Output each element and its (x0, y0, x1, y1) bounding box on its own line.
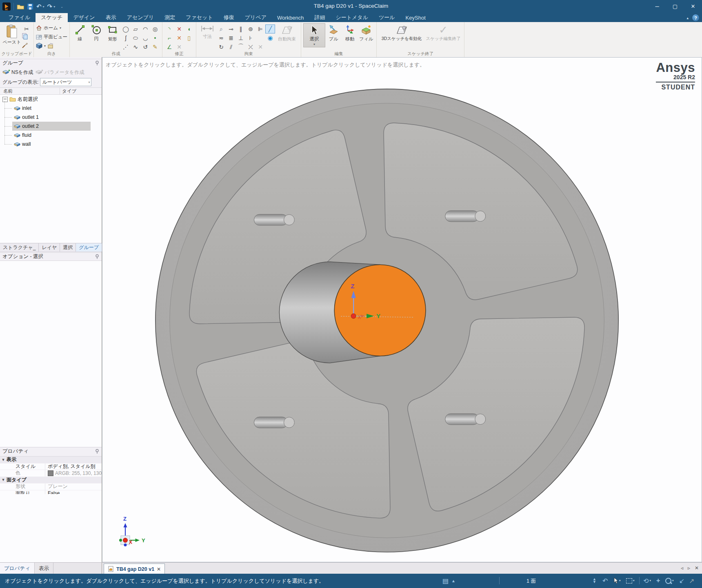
tangent-constraint-icon[interactable]: ⌒ (236, 42, 246, 51)
midline-constraint-icon[interactable]: ≂ (216, 33, 226, 42)
status-select-cursor-icon[interactable]: ▾ (613, 577, 621, 585)
help-icon[interactable]: ? (692, 14, 700, 22)
offset-curve-icon[interactable]: ▯ (184, 33, 194, 42)
tab-design[interactable]: デザイン (68, 13, 100, 22)
mirror-constraint-icon[interactable]: ⫽ (226, 42, 236, 51)
prev-document-icon[interactable]: ◃ (681, 565, 683, 571)
box-select-icon[interactable]: ▾ (626, 577, 635, 585)
tree-item-outlet-2[interactable]: outlet 2 (12, 122, 91, 131)
view-dropdown-icon[interactable]: ▾ (44, 44, 46, 48)
end-sketch-editing-button[interactable]: ✓ スケッチ編集終了 (424, 23, 462, 42)
panel-tab-layers[interactable]: レイヤ (39, 243, 60, 252)
tree-item-wall[interactable]: wall (12, 140, 91, 149)
tab-sketch[interactable]: スケッチ (36, 13, 68, 22)
freeform-spline-icon[interactable]: ∿ (131, 42, 140, 51)
zoom-in-arrow-icon[interactable]: ↙ (679, 577, 684, 585)
split-curve-icon[interactable]: ✕ (174, 33, 184, 42)
isometric-view-icon[interactable] (36, 42, 42, 49)
spaceclaim-logo-icon[interactable]: sc (2, 2, 11, 11)
panel-tab-structure[interactable]: ストラクチャ_ (0, 243, 39, 252)
panel-tab-properties[interactable]: プロパティ (0, 563, 35, 574)
pin-icon[interactable] (95, 254, 99, 259)
chamfer-icon[interactable]: ◖ (184, 24, 194, 33)
property-row-shape[interactable]: 形状 プレーン (0, 483, 102, 490)
move-button[interactable]: 移動 (342, 23, 358, 42)
tab-measure[interactable]: 測定 (159, 13, 180, 22)
constraint-spacer-1[interactable] (255, 33, 265, 42)
sketch-polygon-icon[interactable]: ▱ (131, 24, 140, 33)
spacing-constraint-icon[interactable]: ⊦ (246, 33, 255, 42)
tree-item-inlet[interactable]: inlet (12, 104, 91, 113)
three-point-arc-icon[interactable]: ◡ (140, 33, 150, 42)
fillet-icon[interactable]: ◝ (164, 24, 174, 33)
open-icon[interactable] (17, 4, 24, 10)
plan-view-button[interactable]: 平面ビュー (36, 32, 67, 41)
close-tab-strip-icon[interactable]: ✕ (695, 565, 699, 571)
spin-updown-icon[interactable]: ▲▼ (593, 577, 596, 585)
dimension-button[interactable]: 寸法 (198, 23, 216, 40)
delete-constraint-icon[interactable]: ✕ (255, 42, 265, 51)
tab-facets[interactable]: ファセット (180, 13, 218, 22)
minimize-button[interactable]: ─ (648, 0, 666, 12)
pin-icon[interactable] (95, 449, 99, 454)
property-section-face-type[interactable]: ▼面タイプ (0, 477, 102, 484)
maximize-button[interactable]: ▢ (666, 0, 684, 12)
pin-constraint-icon[interactable]: ⊸ (226, 24, 236, 33)
pan-icon[interactable]: + (656, 577, 660, 585)
sweep-arc-icon[interactable]: ↺ (140, 42, 150, 51)
point-icon[interactable]: • (150, 33, 160, 42)
tab-tools[interactable]: ツール (373, 13, 400, 22)
spline-icon[interactable]: ʃ (121, 33, 131, 42)
construction-line-icon[interactable]: ⋰ (121, 42, 131, 51)
redo-icon[interactable]: ↷ (47, 3, 53, 10)
pin-icon[interactable] (95, 60, 99, 66)
format-painter-icon[interactable] (22, 42, 31, 51)
status-list-icon[interactable]: ▤ (442, 577, 449, 585)
create-ns-button[interactable]: NSを作成 (2, 69, 33, 76)
next-document-icon[interactable]: ▹ (688, 565, 690, 571)
redo-dropdown-icon[interactable]: ▾ (53, 5, 55, 9)
select-dropdown-icon[interactable]: ▾ (313, 42, 315, 46)
tab-sheetmetal[interactable]: シートメタル (330, 13, 373, 22)
property-row-color[interactable]: 色 ARGB: 255, 130, 130, (0, 470, 102, 477)
collapse-ribbon-icon[interactable]: ▴ (686, 16, 689, 20)
group-display-select[interactable]: ルートパーツ ▾ (40, 78, 91, 86)
close-document-icon[interactable]: ✕ (157, 566, 161, 572)
tab-keyshot[interactable]: KeyShot (400, 13, 431, 22)
tab-prepare[interactable]: プリペア (240, 13, 272, 22)
cut-icon[interactable]: ✂ (22, 24, 31, 33)
show-constraints-icon[interactable]: ◉ (265, 33, 275, 42)
status-up-icon[interactable]: ▲ (451, 577, 455, 585)
save-icon[interactable] (27, 3, 33, 10)
zoom-icon[interactable]: ▾ (665, 577, 674, 585)
home-view-button[interactable]: ホーム▾ (36, 23, 67, 32)
delete-curve-icon[interactable]: ✕ (174, 42, 184, 51)
tab-repair[interactable]: 修復 (218, 13, 240, 22)
coincident-constraint-icon[interactable]: ↻ (216, 42, 226, 51)
fill-region-icon[interactable]: ✎ (150, 42, 160, 51)
undo-dropdown-icon[interactable]: ▾ (43, 5, 44, 9)
view-undo-icon[interactable]: ↶ (602, 577, 608, 585)
document-tab[interactable]: TB4 gap D20 v1 ✕ (104, 564, 165, 574)
auto-constrain-button[interactable]: 自動拘束 (275, 23, 299, 42)
parallel-constraint-icon[interactable]: ∥ (236, 24, 246, 33)
orbit-icon[interactable]: ⟲▾ (643, 577, 651, 585)
zoom-out-arrow-icon[interactable]: ↗ (689, 577, 694, 585)
ellipse-icon[interactable]: ⬭ (131, 33, 140, 42)
cross-constraint-icon[interactable]: ⤫ (246, 42, 255, 51)
orientation-triad[interactable]: Z Y X (110, 514, 151, 555)
tab-detail[interactable]: 詳細 (309, 13, 330, 22)
model-viewport[interactable]: ZYX オブジェクトをクリックします。ダブルクリックして、エッジループを選択しま… (102, 57, 702, 562)
constraint-display-icon[interactable]: ╱ (265, 24, 275, 33)
select-button[interactable]: 選択 ▾ (303, 23, 325, 47)
collapse-node-icon[interactable] (2, 97, 8, 102)
construction-circle-icon[interactable]: ◎ (150, 24, 160, 33)
property-row-style[interactable]: スタイル ボディ別, スタイル別 (0, 463, 102, 470)
tab-file[interactable]: ファイル (3, 13, 36, 22)
tree-column-header[interactable]: 名前 タイプ (0, 88, 102, 95)
pull-button[interactable]: プル (325, 23, 342, 42)
equal-constraint-icon[interactable]: ⊫ (255, 24, 265, 33)
trim-icon[interactable]: ✕ (174, 24, 184, 33)
tree-root-named-selection[interactable]: 名前選択 (0, 95, 102, 104)
circle-tool-button[interactable]: 円 (88, 23, 104, 42)
